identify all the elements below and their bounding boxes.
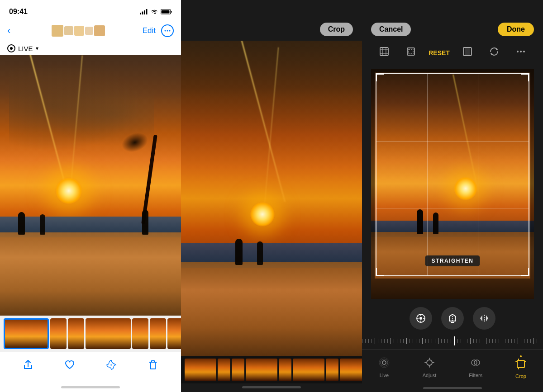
ruler-minor-tick (524, 339, 524, 343)
crop-corner-bl[interactable] (376, 268, 384, 276)
battery-icon (161, 9, 172, 14)
done-button[interactable]: Done (498, 23, 534, 36)
svg-rect-37 (517, 360, 524, 368)
ruler-major-tick (375, 338, 375, 344)
crop-filmstrip-thumb-4[interactable] (246, 359, 277, 381)
filmstrip (0, 316, 181, 352)
crop-filmstrip (181, 356, 362, 383)
status-time: 09:41 (9, 8, 28, 16)
crop-filmstrip-thumb-6[interactable] (293, 359, 324, 381)
edit-crop-area: STRAIGHTEN (371, 69, 534, 299)
horizontal-perspective-button[interactable] (473, 307, 495, 330)
filmstrip-thumb-1[interactable] (4, 318, 49, 349)
cancel-button[interactable]: Cancel (371, 23, 411, 36)
filmstrip-thumb-5[interactable] (132, 318, 148, 349)
tab-crop-label: Crop (515, 373, 526, 379)
ruler[interactable] (362, 334, 543, 348)
ruler-minor-tick (473, 339, 474, 343)
sun (55, 177, 82, 204)
ruler-minor-tick (381, 339, 381, 343)
ruler-minor-tick (441, 339, 442, 343)
filmstrip-thumb-4[interactable] (86, 318, 131, 349)
delete-button[interactable] (143, 357, 162, 375)
crop-corner-tl[interactable] (376, 73, 384, 81)
ruler-minor-tick (461, 339, 461, 343)
crop-corner-br[interactable] (521, 268, 529, 276)
ruler-minor-tick (489, 339, 490, 343)
status-bar: 09:41 (0, 0, 181, 20)
crop-grid-h1 (376, 141, 529, 142)
crop-button[interactable]: Crop (320, 23, 353, 36)
crop-right-dark (530, 72, 534, 279)
edit-home-indicator (423, 387, 482, 389)
edit-button[interactable]: Edit (143, 26, 156, 35)
memories-button[interactable] (102, 357, 121, 375)
filmstrip-thumb-2[interactable] (50, 318, 67, 349)
status-icons (140, 9, 172, 14)
ruler-major-tick (391, 338, 391, 344)
rotation-controls (362, 302, 543, 334)
crop-filmstrip-thumb-1[interactable] (185, 359, 216, 381)
tab-filters[interactable]: Filters (463, 355, 488, 380)
reset-button[interactable]: RESET (429, 49, 450, 57)
ruler-minor-tick (457, 339, 458, 343)
filmstrip-thumb-7[interactable] (167, 318, 181, 349)
ruler-minor-tick (527, 339, 528, 343)
live-tab-icon (378, 357, 390, 371)
ruler-major-tick (422, 338, 423, 344)
more-button[interactable] (161, 24, 174, 37)
svg-point-9 (169, 30, 171, 32)
crop-corner-tr[interactable] (521, 73, 529, 81)
svg-point-22 (523, 51, 525, 52)
tab-adjust-label: Adjust (423, 373, 437, 378)
ruler-minor-tick (403, 339, 404, 343)
crop-filmstrip-thumb-3[interactable] (232, 359, 244, 381)
ruler-major-tick (438, 338, 438, 344)
filmstrip-thumb-6[interactable] (150, 318, 166, 349)
crop-filmstrip-thumb-8[interactable] (340, 359, 362, 381)
crop-sun (250, 202, 275, 227)
ruler-minor-tick (429, 339, 429, 343)
home-indicator (61, 386, 120, 388)
filmstrip-thumb-3[interactable] (68, 318, 84, 349)
main-photo (0, 55, 181, 316)
ruler-minor-tick (476, 339, 477, 343)
crop-filmstrip-thumb-7[interactable] (326, 359, 338, 381)
tab-crop[interactable]: Crop (510, 354, 532, 381)
back-button[interactable]: ‹ (7, 23, 14, 38)
crop-rectangle[interactable]: STRAIGHTEN (376, 73, 529, 276)
live-bar[interactable]: LIVE ▾ (0, 42, 181, 55)
nav-thumbnails (14, 25, 142, 37)
svg-rect-5 (171, 11, 172, 13)
favorite-button[interactable] (60, 357, 79, 375)
adjust-tab-icon (424, 357, 435, 371)
ruler-minor-tick (410, 339, 410, 343)
ruler-minor-tick (413, 339, 413, 343)
crop-grid-v2 (478, 74, 478, 275)
ruler-minor-tick (387, 339, 388, 343)
aspect-square-button[interactable] (458, 44, 476, 61)
tab-live[interactable]: Live (373, 355, 395, 380)
ruler-minor-tick (467, 339, 467, 343)
crop-resize-button[interactable] (402, 44, 420, 61)
crop-bottom-dark (371, 279, 534, 299)
crop-header: Crop (181, 0, 362, 41)
svg-point-34 (427, 360, 432, 365)
crop-filmstrip-thumb-2[interactable] (218, 359, 230, 381)
level-button[interactable] (410, 307, 432, 330)
crop-silhouette-2 (257, 241, 263, 265)
rotate-button[interactable] (485, 44, 503, 61)
tab-adjust[interactable]: Adjust (417, 355, 442, 380)
svg-point-10 (110, 364, 112, 366)
vertical-perspective-button[interactable] (441, 307, 464, 330)
ruler-minor-tick (451, 339, 451, 343)
more-options-button[interactable] (512, 44, 530, 61)
crop-tab-icon (515, 358, 527, 373)
share-button[interactable] (19, 357, 38, 375)
aspect-ratio-button[interactable] (375, 44, 393, 61)
crop-filmstrip-thumb-5[interactable] (279, 359, 291, 381)
svg-rect-1 (142, 12, 143, 15)
ruler-minor-tick (492, 339, 493, 343)
ruler-minor-tick (480, 339, 480, 343)
ruler-major-tick (533, 338, 534, 344)
